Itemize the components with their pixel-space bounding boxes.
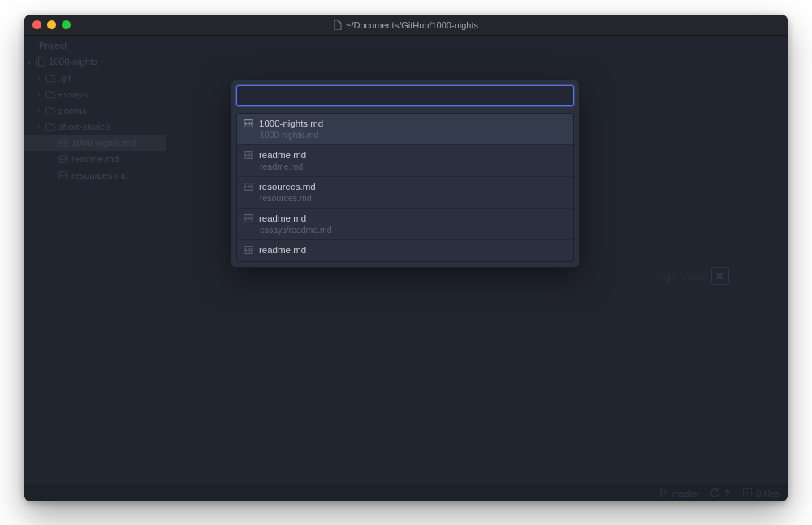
tree-item-label: poems — [58, 105, 87, 115]
result-filename: readme.md — [259, 245, 306, 255]
tree-folder[interactable]: ›short-stories — [24, 118, 166, 135]
folder-icon — [45, 74, 55, 83]
git-files-indicator[interactable]: 0 files — [743, 488, 780, 498]
tree-item-label: resources.md — [71, 170, 128, 180]
result-filename: readme.md — [259, 213, 306, 223]
svg-point-11 — [664, 490, 667, 493]
tree-file[interactable]: readme.md — [24, 151, 166, 167]
git-branch-icon — [659, 488, 668, 498]
fuzzy-finder-result[interactable]: readme.mdessays/readme.md — [237, 209, 573, 240]
result-path: readme.md — [260, 161, 567, 171]
window-controls — [32, 20, 71, 29]
markdown-file-icon — [244, 150, 253, 160]
result-filename: resources.md — [259, 182, 316, 191]
chevron-down-icon: ⌄ — [26, 58, 32, 66]
result-filename: 1000-nights.md — [259, 118, 323, 128]
markdown-file-icon — [58, 170, 68, 180]
project-sidebar: Project ⌄ 1000-nights ›.git›essays›poems… — [24, 36, 166, 484]
tree-file[interactable]: resources.md — [24, 167, 166, 183]
window-title-text: ~/Documents/GitHub/1000-nights — [346, 20, 478, 30]
git-branch-name: master — [672, 488, 700, 498]
result-path: essays/readme.md — [260, 225, 567, 235]
folder-icon — [45, 90, 55, 99]
tree-folder[interactable]: ›poems — [24, 102, 166, 118]
repo-icon — [36, 57, 45, 67]
keyboard-shortcut-badge: ⌘, — [711, 267, 729, 285]
zoom-window-button[interactable] — [62, 20, 71, 29]
markdown-file-icon — [58, 138, 68, 148]
titlebar: ~/Documents/GitHub/1000-nights — [24, 15, 788, 36]
folder-icon — [45, 106, 55, 115]
markdown-file-icon — [244, 182, 253, 191]
folder-icon — [45, 123, 55, 131]
file-icon — [334, 20, 342, 30]
markdown-file-icon — [58, 154, 68, 164]
minimize-window-button[interactable] — [47, 20, 56, 29]
tree-item-label: 1000-nights.md — [71, 138, 136, 148]
fuzzy-finder-input[interactable] — [236, 85, 574, 106]
sidebar-header: Project — [24, 36, 166, 54]
tree-item-label: .git — [58, 73, 71, 83]
diff-icon — [743, 488, 752, 497]
fetch-icon — [710, 488, 719, 497]
fuzzy-finder-result[interactable]: readme.md — [237, 240, 573, 261]
chevron-right-icon: › — [36, 90, 42, 98]
fuzzy-finder-result[interactable]: 1000-nights.md1000-nights.md — [237, 114, 573, 145]
file-text-icon — [244, 118, 253, 128]
svg-point-10 — [659, 495, 662, 497]
result-filename: readme.md — [259, 150, 306, 160]
tree-item-label: readme.md — [71, 154, 119, 164]
tree-item-label: essays — [58, 89, 88, 99]
chevron-right-icon: › — [36, 74, 42, 82]
git-branch-indicator[interactable]: master — [659, 488, 700, 498]
background-hint-text: ngs View — [657, 269, 706, 283]
chevron-right-icon: › — [36, 123, 42, 131]
result-path: resources.md — [260, 193, 567, 203]
svg-point-9 — [659, 488, 662, 491]
close-window-button[interactable] — [32, 20, 41, 29]
push-icon — [723, 488, 732, 497]
chevron-right-icon: › — [36, 106, 42, 114]
git-files-count: 0 files — [756, 488, 780, 498]
git-sync-controls[interactable] — [710, 488, 732, 497]
markdown-file-icon — [244, 213, 253, 223]
fuzzy-finder-result[interactable]: resources.mdresources.md — [237, 177, 573, 209]
fuzzy-finder-results: 1000-nights.md1000-nights.mdreadme.mdrea… — [236, 113, 574, 262]
tree-folder[interactable]: ›essays — [24, 86, 166, 102]
statusbar: master 0 files — [24, 484, 788, 501]
fuzzy-finder-modal: 1000-nights.md1000-nights.mdreadme.mdrea… — [231, 80, 580, 268]
tree-root-label: 1000-nights — [49, 57, 97, 67]
tree-file[interactable]: 1000-nights.md — [24, 135, 166, 151]
background-hint: ngs View ⌘, — [657, 267, 729, 285]
window-title: ~/Documents/GitHub/1000-nights — [24, 20, 788, 30]
markdown-file-icon — [244, 245, 253, 255]
tree-root[interactable]: ⌄ 1000-nights — [24, 54, 166, 70]
window-body: Project ⌄ 1000-nights ›.git›essays›poems… — [24, 36, 788, 484]
app-window: ~/Documents/GitHub/1000-nights Project ⌄… — [24, 15, 788, 501]
tree-folder[interactable]: ›.git — [24, 70, 166, 86]
result-path: 1000-nights.md — [260, 130, 567, 140]
tree-item-label: short-stories — [58, 122, 110, 131]
svg-rect-0 — [37, 58, 45, 66]
fuzzy-finder-result[interactable]: readme.mdreadme.md — [237, 145, 573, 177]
